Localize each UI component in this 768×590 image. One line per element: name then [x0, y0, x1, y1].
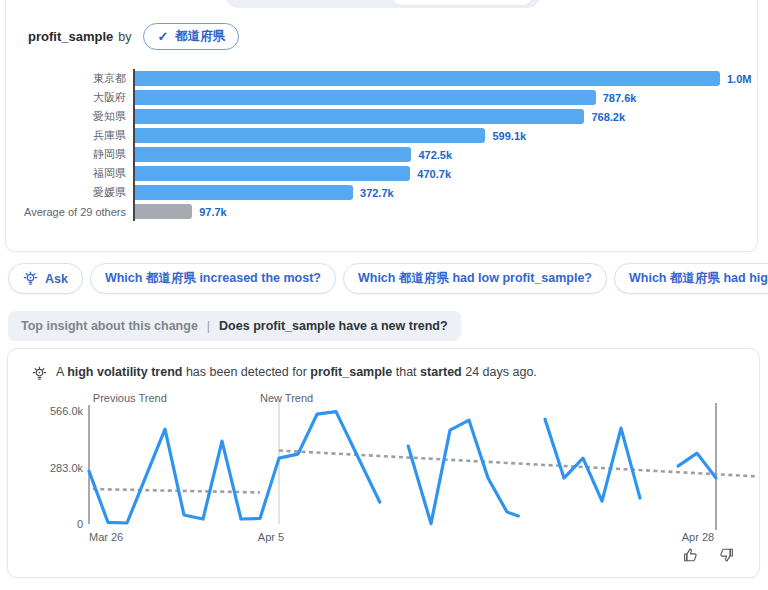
bar-value-label: 768.2k — [591, 111, 625, 123]
trend-dashed-line — [279, 451, 758, 477]
bar-track: 787.6k — [133, 88, 765, 107]
bar-category-label: 福岡県 — [24, 166, 133, 181]
bar-value-label: 372.7k — [360, 187, 394, 199]
bar-row: Average of 29 others97.7k — [24, 202, 765, 221]
bar-value-label: 472.5k — [418, 149, 452, 161]
bar-track: 470.7k — [133, 164, 765, 183]
bar-category-label: 大阪府 — [24, 90, 133, 105]
metric-title: profit_sample — [28, 29, 113, 44]
bar-value-label: 1.0M — [727, 73, 751, 85]
data-line-segment — [408, 420, 518, 523]
bar-row: 兵庫県599.1k — [24, 126, 765, 145]
bar-value-label: 470.7k — [417, 168, 451, 180]
x-tick-label: Apr 28 — [682, 531, 714, 543]
ask-button-label: Ask — [45, 272, 68, 286]
insight-header-separator: | — [207, 319, 210, 333]
lightbulb-icon — [32, 366, 47, 381]
y-tick-label: 566.0k — [50, 405, 84, 417]
ask-suggestions-row: Ask Which 都道府県 increased the most?Which … — [8, 263, 768, 294]
bar-row: 東京都1.0M — [24, 69, 765, 88]
bar-category-label: 愛知県 — [24, 109, 133, 124]
dimension-filter-pill[interactable]: ✓ 都道府県 — [143, 23, 239, 50]
trend-annotation-label: New Trend — [260, 392, 313, 404]
bar-track: 372.7k — [133, 183, 765, 202]
bar-row: 愛知県768.2k — [24, 107, 765, 126]
bar-value-label: 787.6k — [603, 92, 637, 104]
suggestion-pill[interactable]: Which 都道府県 increased the most? — [90, 263, 336, 294]
trend-line-chart: 0283.0k566.0kMar 26Apr 5Apr 28Previous T… — [21, 389, 766, 549]
trend-annotation-label: Previous Trend — [93, 392, 167, 404]
x-tick-label: Mar 26 — [89, 531, 123, 543]
bar-value-label: 599.1k — [492, 130, 526, 142]
bar-row: 大阪府787.6k — [24, 88, 765, 107]
bar[interactable] — [135, 109, 584, 124]
bar-chart-card: profit_sample by ✓ 都道府県 東京都1.0M大阪府787.6k… — [5, 0, 758, 252]
checkmark-icon: ✓ — [157, 30, 168, 43]
x-tick-label: Apr 5 — [258, 531, 284, 543]
bar-category-label: 愛媛県 — [24, 185, 133, 200]
bar-track: 1.0M — [133, 69, 765, 88]
data-line-segment — [89, 412, 380, 523]
bar[interactable] — [135, 71, 720, 86]
suggestion-pill[interactable]: Which 都道府県 had high profit_sample? — [614, 263, 768, 294]
suggestion-pill[interactable]: Which 都道府県 had low profit_sample? — [343, 263, 607, 294]
bar[interactable] — [135, 185, 353, 200]
insight-message-row: A high volatility trend has been detecte… — [32, 365, 537, 381]
by-label: by — [118, 30, 131, 44]
bar-track: 599.1k — [133, 126, 765, 145]
data-line-segment — [545, 419, 640, 501]
insight-context-label: Top insight about this change — [21, 319, 198, 333]
bar[interactable] — [135, 204, 192, 219]
dimension-filter-label: 都道府県 — [175, 28, 225, 45]
bar-row: 愛媛県372.7k — [24, 183, 765, 202]
partial-tab-segment[interactable] — [391, 0, 533, 5]
y-tick-label: 0 — [77, 518, 83, 530]
data-line-segment — [678, 453, 716, 478]
bar[interactable] — [135, 166, 410, 181]
bar-category-label: 静岡県 — [24, 147, 133, 162]
bar-category-label: 東京都 — [24, 71, 133, 86]
bar-value-label: 97.7k — [199, 206, 227, 218]
bar-category-label: Average of 29 others — [24, 206, 133, 218]
bar-chart: 東京都1.0M大阪府787.6k愛知県768.2k兵庫県599.1k静岡県472… — [24, 69, 765, 221]
ask-button[interactable]: Ask — [8, 263, 83, 294]
insight-question-label: Does profit_sample have a new trend? — [219, 319, 448, 333]
bar-track: 768.2k — [133, 107, 765, 126]
feedback-buttons — [682, 546, 735, 564]
thumbs-down-icon[interactable] — [717, 546, 735, 564]
insight-message-text: A high volatility trend has been detecte… — [56, 365, 537, 379]
bar-track: 97.7k — [133, 202, 765, 221]
bar[interactable] — [135, 128, 485, 143]
partial-tab-control[interactable] — [225, 0, 541, 8]
insight-card: A high volatility trend has been detecte… — [7, 348, 760, 578]
bar[interactable] — [135, 147, 411, 162]
lightbulb-icon — [23, 271, 38, 286]
thumbs-up-icon[interactable] — [682, 546, 700, 564]
bar-card-title-row: profit_sample by ✓ 都道府県 — [28, 23, 239, 50]
bar-row: 福岡県470.7k — [24, 164, 765, 183]
bar-row: 静岡県472.5k — [24, 145, 765, 164]
bar-category-label: 兵庫県 — [24, 128, 133, 143]
y-tick-label: 283.0k — [50, 462, 84, 474]
bar[interactable] — [135, 90, 596, 105]
bar-track: 472.5k — [133, 145, 765, 164]
insight-header-chip: Top insight about this change | Does pro… — [8, 311, 461, 341]
